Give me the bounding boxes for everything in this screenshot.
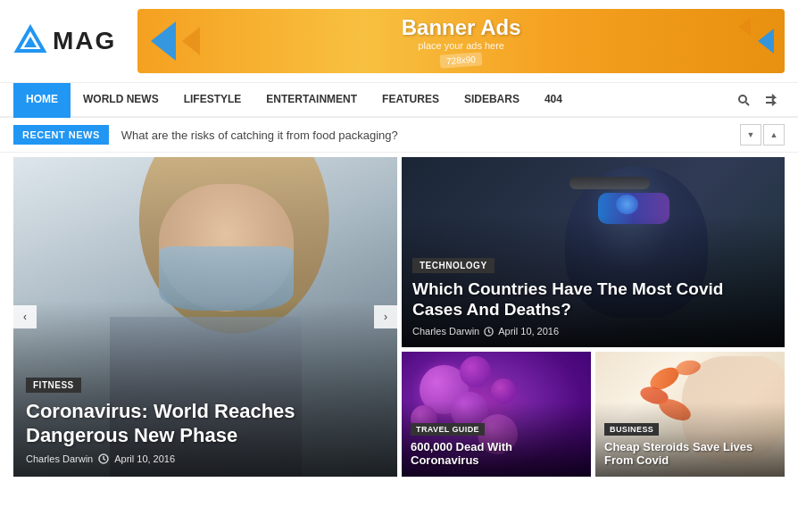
featured-left-meta: Charles Darwin April 10, 2016 [26,453,385,464]
banner-size: 728x90 [440,52,483,68]
arrow-right-icon: › [384,311,387,323]
navigation: HOME WORLD NEWS LIFESTYLE ENTERTAINMENT … [0,83,798,118]
nav-item-entertainment[interactable]: ENTERTAINMENT [254,83,370,118]
nav-item-features[interactable]: FEATURES [370,83,452,118]
featured-article-left[interactable]: FITNESS Coronavirus: World Reaches Dange… [13,157,397,477]
featured-article-top-right[interactable]: TECHNOLOGY Which Countries Have The Most… [402,157,785,347]
bottom-articles-row: TRAVEL GUIDE 600,000 Dead With Coronavir… [402,352,785,477]
svg-point-2 [739,96,746,103]
tech-overlay: TECHNOLOGY Which Countries Have The Most… [402,245,785,347]
main-content: FITNESS Coronavirus: World Reaches Dange… [0,153,798,486]
search-icon [737,94,750,106]
banner-subtitle: place your ads here [402,40,521,51]
tag-fitness: FITNESS [26,378,81,393]
banner-ad: Banner Ads place your ads here 728x90 [137,9,785,73]
header: MAG Banner Ads place your ads here 728x9… [0,0,798,83]
recent-up-button[interactable]: ▼ [740,124,761,145]
nav-item-404[interactable]: 404 [532,83,575,118]
featured-left-title: Coronavirus: World Reaches Dangerous New… [26,400,385,447]
nav-item-home[interactable]: HOME [13,83,71,118]
featured-left-date: April 10, 2016 [114,453,175,464]
arrow-left-icon: ‹ [23,311,27,323]
logo[interactable]: MAG [13,24,116,58]
tag-technology: TECHNOLOGY [412,258,495,273]
nav-item-world-news[interactable]: WORLD NEWS [71,83,171,118]
tech-author: Charles Darwin [412,326,479,337]
clock-icon-left [98,453,109,464]
featured-article-travel[interactable]: TRAVEL GUIDE 600,000 Dead With Coronavir… [402,352,591,477]
recent-down-button[interactable]: ▲ [763,124,785,145]
carousel-prev-button[interactable]: ‹ [13,305,37,328]
tag-travel: TRAVEL GUIDE [411,423,485,436]
recent-news-bar: RECENT NEWS What are the risks of catchi… [0,118,798,153]
travel-overlay: TRAVEL GUIDE 600,000 Dead With Coronavir… [402,411,591,477]
featured-left-overlay: FITNESS Coronavirus: World Reaches Dange… [13,363,397,477]
shuffle-icon [765,94,779,106]
nav-item-lifestyle[interactable]: LIFESTYLE [171,83,254,118]
featured-left-author: Charles Darwin [26,453,93,464]
search-button[interactable] [731,87,756,112]
shuffle-button[interactable] [760,87,785,112]
featured-right-column: TECHNOLOGY Which Countries Have The Most… [402,157,785,477]
recent-label: RECENT NEWS [13,125,109,145]
logo-icon [13,24,47,58]
business-title: Cheap Steroids Save Lives From Covid [604,440,776,468]
carousel-next-button[interactable]: › [374,305,397,328]
travel-title: 600,000 Dead With Coronavirus [411,440,582,468]
nav-item-sidebars[interactable]: SIDEBARS [452,83,532,118]
svg-line-3 [746,102,750,105]
tech-date: April 10, 2016 [498,326,559,337]
featured-article-business[interactable]: BUSINESS Cheap Steroids Save Lives From … [595,352,785,477]
tech-meta: Charles Darwin April 10, 2016 [412,326,774,337]
recent-text: What are the risks of catching it from f… [121,129,740,142]
tech-title: Which Countries Have The Most Covid Case… [412,279,774,320]
banner-title: Banner Ads [402,15,521,40]
business-overlay: BUSINESS Cheap Steroids Save Lives From … [595,411,785,477]
tag-business: BUSINESS [604,423,659,436]
clock-icon-tech [484,327,494,337]
logo-text: MAG [53,27,116,55]
featured-left-image: FITNESS Coronavirus: World Reaches Dange… [13,157,397,477]
recent-controls: ▼ ▲ [740,124,785,145]
